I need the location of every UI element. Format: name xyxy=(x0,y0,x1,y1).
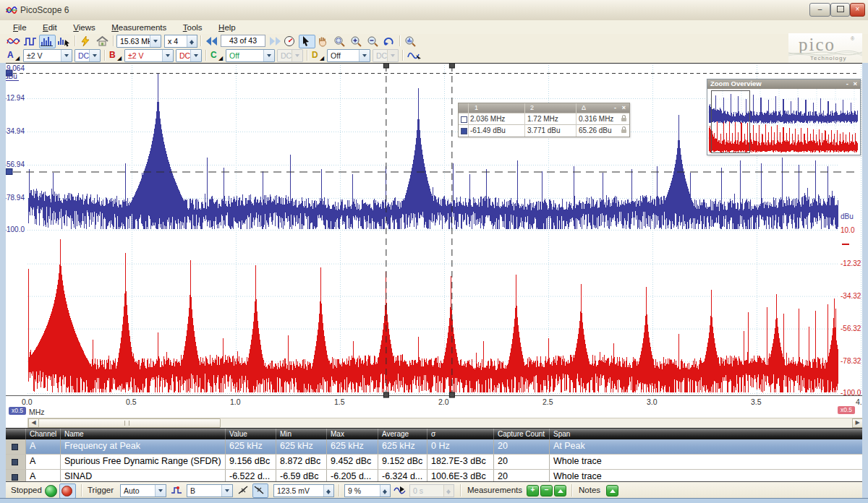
channel-b-range-select[interactable]: ±2 V xyxy=(124,49,174,62)
trigger-level-stepper[interactable]: 123.5 mV xyxy=(273,484,334,497)
add-measurement-button[interactable]: + xyxy=(527,485,539,496)
buffer-navigator-button[interactable] xyxy=(282,35,299,48)
chevron-down-icon[interactable] xyxy=(263,50,274,61)
channel-a-range-select[interactable]: ±2 V xyxy=(23,49,72,62)
lock-icon[interactable] xyxy=(621,129,626,133)
channel-a-coupling-value: DC xyxy=(78,51,89,60)
spectrum-range-select[interactable]: 15.63 MHz xyxy=(116,35,161,48)
channel-a-options-arrow[interactable]: ◢ xyxy=(15,55,20,61)
trigger-mode-value: Auto xyxy=(124,486,140,495)
zoom-in-button[interactable] xyxy=(349,35,365,48)
chevron-down-icon[interactable] xyxy=(61,50,72,61)
delay-icon[interactable] xyxy=(393,485,406,496)
remove-measurement-button[interactable]: – xyxy=(540,485,553,496)
notes-button[interactable] xyxy=(606,485,618,496)
scope-view-button[interactable] xyxy=(6,35,22,48)
rising-edge-button[interactable] xyxy=(237,484,251,496)
channel-d-options-arrow[interactable]: ◢ xyxy=(320,55,324,61)
persistence-view-button[interactable] xyxy=(22,35,39,48)
zoom-overview-minimize[interactable]: - xyxy=(846,79,848,87)
chevron-down-icon[interactable] xyxy=(162,50,173,61)
scroll-left-button[interactable]: ◀ xyxy=(28,418,39,428)
channel-a-coupling-select[interactable]: DC xyxy=(75,49,101,62)
menu-help[interactable]: Help xyxy=(218,22,236,32)
zoom-overview-selection[interactable] xyxy=(711,90,750,153)
channel-c-range-select[interactable]: Off xyxy=(226,49,275,62)
measurement-row[interactable]: ASpurious Free Dynamic Range (SFDR)9.156… xyxy=(6,455,862,470)
scroll-right-button[interactable]: ▶ xyxy=(852,418,862,428)
measurements-table[interactable]: ChannelNameValueMinMaxAverageσCapture Co… xyxy=(6,428,862,482)
column-header[interactable]: Max xyxy=(326,429,378,439)
select-tool-button[interactable] xyxy=(299,35,315,48)
x-tick: 2.5 xyxy=(542,397,553,406)
measurements-label: Measurements xyxy=(467,486,522,494)
start-capture-button[interactable] xyxy=(45,485,57,497)
measurement-row[interactable]: AFrequency at Peak625 kHz625 kHz625 kHz6… xyxy=(6,439,862,455)
ruler-legend-minimize[interactable]: - xyxy=(614,104,616,111)
zoom-overview-panel[interactable]: Zoom Overview - × xyxy=(707,79,861,155)
previous-buffer-button[interactable] xyxy=(204,35,221,48)
channel-c-options-arrow[interactable]: ◢ xyxy=(218,55,223,61)
spectrum-plot-area[interactable]: 9.064-12.94-34.94-56.94-78.94-100.010.0-… xyxy=(6,63,862,429)
lock-icon[interactable] xyxy=(621,118,626,121)
column-header[interactable]: Capture Count xyxy=(493,429,549,439)
column-header[interactable]: Name xyxy=(60,429,225,439)
channel-d-label[interactable]: D xyxy=(312,50,318,60)
channel-a-label[interactable]: A xyxy=(7,50,14,60)
close-button[interactable]: × xyxy=(850,3,865,17)
chevron-down-icon[interactable] xyxy=(190,50,201,61)
minimize-button[interactable]: – xyxy=(809,3,830,17)
horizontal-scrollbar[interactable]: ◀ ▶ xyxy=(27,418,862,429)
awg-button[interactable] xyxy=(407,49,423,63)
ruler-legend[interactable]: 1 2 Δ - × 2.036 MHz 1.72 MHz 0.316 MHz -… xyxy=(458,103,630,137)
menu-measurements[interactable]: Measurements xyxy=(111,22,166,32)
trigger-mode-select[interactable]: Auto xyxy=(120,484,166,497)
column-header[interactable]: Min xyxy=(276,429,326,439)
column-header[interactable]: Span- xyxy=(549,429,868,439)
trigger-source-select[interactable]: B xyxy=(187,484,233,497)
stop-capture-button[interactable] xyxy=(59,483,76,499)
spectrum-view-button[interactable] xyxy=(39,35,56,48)
undo-zoom-button[interactable] xyxy=(382,35,399,48)
zoom-factor-stepper[interactable]: x 4 xyxy=(164,35,197,48)
zoom-overview-titlebar[interactable]: Zoom Overview - × xyxy=(707,79,860,89)
falling-edge-button[interactable] xyxy=(252,483,268,498)
buffer-position-box[interactable]: 43 of 43 xyxy=(221,35,265,47)
channel-b-label[interactable]: B xyxy=(109,50,116,60)
chevron-down-icon[interactable] xyxy=(359,50,370,61)
menu-edit[interactable]: Edit xyxy=(43,22,57,32)
zoom-full-button[interactable] xyxy=(403,35,420,48)
device-setup-button[interactable] xyxy=(78,35,95,48)
column-header[interactable]: Value xyxy=(225,429,276,439)
column-header[interactable]: Channel xyxy=(25,429,60,439)
chevron-down-icon[interactable] xyxy=(150,35,161,47)
pan-tool-button[interactable] xyxy=(315,35,332,48)
channel-c-label[interactable]: C xyxy=(210,50,217,60)
chevron-down-icon[interactable] xyxy=(89,50,100,61)
column-header[interactable]: Average xyxy=(378,429,427,439)
stepper-arrows[interactable] xyxy=(187,35,197,47)
stop-icon xyxy=(61,486,72,496)
ruler-legend-close[interactable]: × xyxy=(622,104,626,111)
scrollbar-thumb[interactable] xyxy=(38,418,221,428)
channel-b-coupling-select[interactable]: DC xyxy=(176,49,202,62)
column-header[interactable]: σ xyxy=(427,429,493,439)
measurement-cell: 20 xyxy=(493,455,549,469)
menu-file[interactable]: File xyxy=(13,22,27,32)
channel-d-range-select[interactable]: Off xyxy=(327,49,370,62)
title-bar[interactable]: PicoScope 6 – × xyxy=(0,0,868,21)
y-tick-right: -56.32 xyxy=(841,324,861,332)
menu-tools[interactable]: Tools xyxy=(183,22,203,32)
zoom-overview-close[interactable]: × xyxy=(853,79,857,87)
marquee-zoom-button[interactable] xyxy=(332,35,349,48)
zoom-out-button[interactable] xyxy=(365,35,382,48)
add-view-button[interactable] xyxy=(56,35,72,48)
advanced-trigger-icon[interactable] xyxy=(171,485,182,496)
measurement-cell: A xyxy=(25,439,60,454)
pre-trigger-stepper[interactable]: 9 % xyxy=(344,484,391,497)
maximize-button[interactable] xyxy=(830,3,850,17)
edit-measurement-button[interactable] xyxy=(554,485,566,496)
menu-views[interactable]: Views xyxy=(73,22,95,32)
home-button[interactable] xyxy=(95,35,111,48)
channel-b-options-arrow[interactable]: ◢ xyxy=(117,55,122,61)
